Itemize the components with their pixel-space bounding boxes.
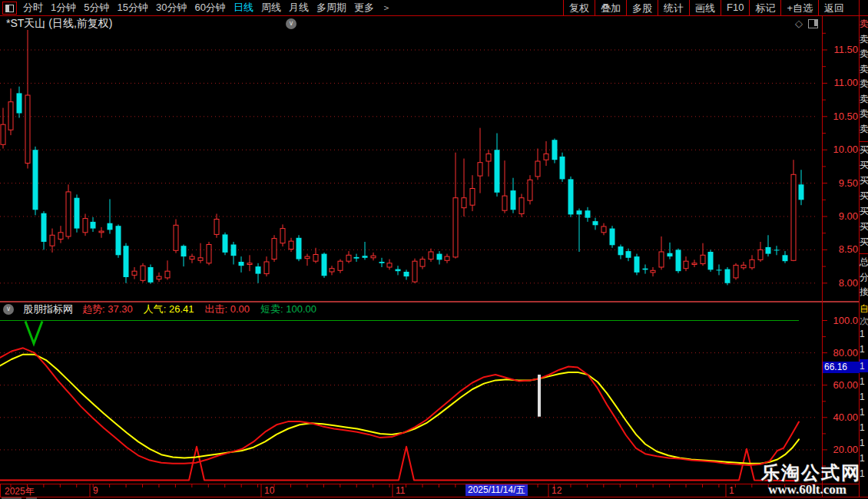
strip-char: 卖 bbox=[860, 94, 868, 104]
month-tick-label: 10 bbox=[264, 485, 274, 496]
strip-char: 卖 bbox=[860, 18, 868, 29]
candlestick-and-indicator-chart bbox=[0, 0, 868, 499]
strip-char: 卖 bbox=[860, 108, 868, 119]
indicator-name: 股朋指标网 bbox=[23, 302, 73, 316]
month-tick-label: 9 bbox=[93, 485, 98, 496]
indicator-field-趋势: 趋势: 37.30 bbox=[82, 303, 133, 315]
window-corner-icons: ◇ bbox=[795, 18, 818, 29]
indicator-header: ∨ 股朋指标网 趋势: 37.30人气: 26.41出击: 0.00短卖: 10… bbox=[3, 303, 327, 316]
strip-char: 卖 bbox=[860, 48, 868, 59]
strip-char: 卖 bbox=[860, 78, 868, 89]
trading-app-window: 分时1分钟5分钟15分钟30分钟60分钟日线周线月线多周期更多＞ 复权叠加多股统… bbox=[0, 0, 868, 499]
strip-char: 总 bbox=[860, 256, 868, 267]
strip-char: 自 bbox=[860, 303, 868, 314]
cursor-value-badge: 66.16 bbox=[823, 362, 860, 373]
strip-char: 1 bbox=[860, 422, 868, 433]
indicator-field-出击: 出击: 0.00 bbox=[205, 303, 250, 315]
month-tick-label: 11 bbox=[396, 485, 405, 496]
indicator-field-短卖: 短卖: 100.00 bbox=[260, 303, 316, 315]
year-label: 2025年 bbox=[5, 485, 35, 498]
watermark-url: www.60lt.com bbox=[768, 482, 846, 497]
strip-char: 次 bbox=[860, 316, 868, 326]
split-pane-icon[interactable] bbox=[808, 19, 818, 28]
page-title: *ST天山 (日线,前复权) bbox=[6, 17, 112, 31]
strip-char: 1 bbox=[860, 361, 868, 372]
strip-char: 1 bbox=[860, 376, 868, 387]
indicator-field-人气: 人气: 26.41 bbox=[144, 303, 194, 315]
strip-char: 1 bbox=[860, 392, 868, 402]
strip-char: 分 bbox=[860, 272, 868, 283]
collapsed-quote-panel-strip[interactable]: 卖卖卖卖卖卖卖卖买买买买买买买总分接自次1111111111 bbox=[860, 0, 868, 499]
strip-char: 1 bbox=[860, 344, 868, 355]
diamond-icon[interactable]: ◇ bbox=[795, 18, 803, 29]
strip-char: 1 bbox=[860, 407, 868, 418]
cursor-date-badge: 2025/11/14/五 bbox=[465, 484, 528, 496]
strip-char: 卖 bbox=[860, 124, 868, 134]
strip-char: 卖 bbox=[860, 34, 868, 45]
strip-char: 买 bbox=[860, 190, 868, 201]
strip-char: 买 bbox=[860, 221, 868, 232]
strip-char: 买 bbox=[860, 236, 868, 247]
crosshair-cursor-line[interactable] bbox=[538, 375, 541, 417]
strip-char: 1 bbox=[860, 329, 868, 339]
indicator-values: 趋势: 37.30人气: 26.41出击: 0.00短卖: 100.00 bbox=[82, 302, 327, 316]
month-tick-label: 1 bbox=[729, 485, 734, 496]
strip-char: 接 bbox=[860, 286, 868, 297]
strip-char: 1 bbox=[860, 438, 868, 448]
strip-char: 买 bbox=[860, 206, 868, 216]
strip-char: 买 bbox=[860, 175, 868, 186]
strip-char: 买 bbox=[860, 160, 868, 170]
indicator-dropdown-icon[interactable]: ∨ bbox=[3, 304, 14, 315]
month-tick-label: 12 bbox=[552, 485, 562, 496]
strip-char: 买 bbox=[860, 144, 868, 155]
title-dropdown-icon[interactable]: ∨ bbox=[286, 18, 297, 29]
strip-char: 卖 bbox=[860, 64, 868, 74]
